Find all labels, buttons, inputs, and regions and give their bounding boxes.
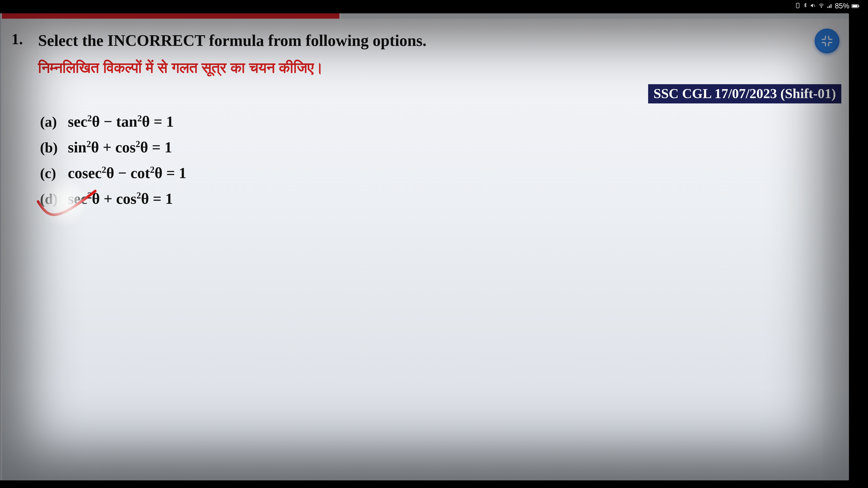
- svg-rect-5: [831, 4, 832, 8]
- signal-icon: [827, 2, 833, 10]
- option-label: (b): [40, 139, 63, 156]
- bluetooth-icon: [803, 2, 808, 10]
- svg-rect-3: [828, 7, 828, 8]
- svg-line-1: [814, 4, 815, 7]
- option-formula: sin2θ + cos2θ = 1: [68, 139, 172, 156]
- status-bar: 85%: [795, 2, 859, 10]
- svg-point-2: [821, 7, 822, 8]
- question-text-hindi: निम्नलिखित विकल्पों में से गलत सूत्र का …: [38, 58, 841, 77]
- svg-rect-4: [829, 5, 830, 8]
- option-label: (a): [40, 113, 63, 130]
- svg-rect-0: [796, 3, 799, 8]
- volume-mute-icon: [810, 2, 816, 10]
- exit-fullscreen-button[interactable]: [815, 29, 839, 53]
- option-formula: sec2θ + cos2θ = 1: [68, 190, 173, 207]
- battery-percent: 85%: [835, 2, 849, 10]
- document-page: 1. Select the INCORRECT formula from fol…: [0, 13, 849, 480]
- option-a[interactable]: (a)sec2θ − tan2θ = 1: [40, 113, 841, 130]
- question-number: 1.: [11, 30, 29, 48]
- battery-icon: [851, 4, 859, 8]
- option-b[interactable]: (b)sin2θ + cos2θ = 1: [40, 139, 841, 156]
- option-formula: sec2θ − tan2θ = 1: [68, 113, 174, 130]
- minimize-icon: [821, 35, 833, 47]
- portrait-lock-icon: [795, 2, 801, 10]
- option-formula: cosec2θ − cot2θ = 1: [68, 164, 187, 182]
- device-screen: 85% 1. Select the INCORRECT formula from…: [0, 0, 868, 488]
- header-bar: [0, 13, 849, 19]
- header-grey-strip: [340, 13, 849, 19]
- question-text-english: Select the INCORRECT formula from follow…: [38, 30, 841, 51]
- exam-source-tag: SSC CGL 17/07/2023 (Shift-01): [648, 84, 841, 103]
- page-left-edge: [0, 13, 2, 480]
- header-red-strip: [0, 13, 340, 19]
- options-list: (a)sec2θ − tan2θ = 1(b)sin2θ + cos2θ = 1…: [40, 113, 841, 207]
- option-c[interactable]: (c)cosec2θ − cot2θ = 1: [40, 164, 841, 182]
- option-label: (d): [40, 191, 63, 207]
- option-d[interactable]: (d)sec2θ + cos2θ = 1: [40, 190, 841, 207]
- option-label: (c): [40, 165, 63, 182]
- question-block: 1. Select the INCORRECT formula from fol…: [11, 30, 841, 207]
- wifi-icon: [818, 2, 825, 10]
